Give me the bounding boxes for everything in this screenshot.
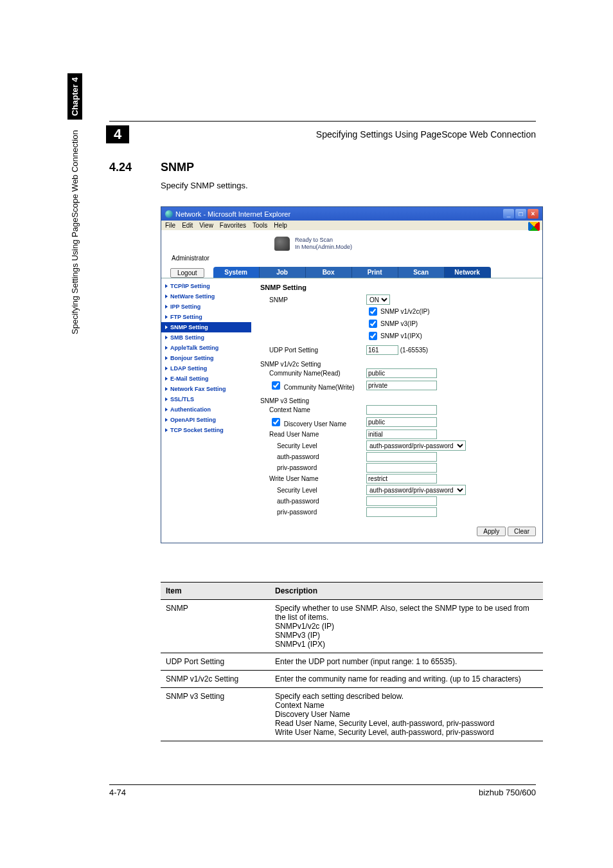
menu-edit[interactable]: Edit — [182, 222, 193, 229]
context-name-label: Context Name — [260, 406, 366, 413]
priv-pw-label-2: priv-password — [260, 509, 366, 516]
side-chapter-badge: Chapter 4 — [67, 73, 82, 120]
udp-port-input[interactable] — [366, 345, 398, 355]
snmp-v3-ip-check[interactable] — [369, 320, 377, 328]
window-title: Network - Microsoft Internet Explorer — [175, 210, 502, 218]
udp-port-label: UDP Port Setting — [260, 347, 366, 354]
close-button[interactable]: × — [528, 209, 538, 219]
menu-view[interactable]: View — [199, 222, 213, 229]
sidebar-item-ipp[interactable]: IPP Setting — [161, 302, 251, 312]
auth-pw-input-1[interactable] — [366, 452, 437, 462]
sec-level-label-1: Security Level — [260, 442, 366, 449]
tab-system[interactable]: System — [213, 267, 260, 278]
tab-box[interactable]: Box — [306, 267, 352, 278]
menu-favorites[interactable]: Favorites — [220, 222, 246, 229]
section-number: 4.24 — [109, 161, 161, 174]
snmp-v1-ipx-label: SNMP v1(IPX) — [380, 332, 422, 339]
status-line-2: In Menu(Admin.Mode) — [295, 244, 352, 251]
tab-job[interactable]: Job — [260, 267, 306, 278]
auth-pw-input-2[interactable] — [366, 496, 437, 506]
sidebar-item-tcpsocket[interactable]: TCP Socket Setting — [161, 425, 251, 435]
desc-cell: Specify each setting described below. Co… — [270, 688, 543, 741]
snmp-v3-ip-label: SNMP v3(IP) — [380, 320, 418, 327]
sec-level-label-2: Security Level — [260, 487, 366, 494]
form-heading: SNMP Setting — [260, 284, 536, 291]
snmp-v1v2c-heading: SNMP v1/v2c Setting — [260, 361, 536, 368]
clear-button[interactable]: Clear — [508, 527, 536, 536]
desc-cell: Enter the community name for reading and… — [270, 671, 543, 688]
device-banner: Ready to Scan In Menu(Admin.Mode) Admini… — [161, 230, 542, 267]
context-name-input[interactable] — [366, 405, 437, 415]
sidebar-item-tcpip[interactable]: TCP/IP Setting — [161, 281, 251, 291]
comm-read-label: Community Name(Read) — [260, 370, 366, 377]
priv-pw-label-1: priv-password — [260, 464, 366, 471]
main-tabs: System Job Box Print Scan Network — [213, 267, 491, 278]
minimize-button[interactable]: _ — [503, 209, 514, 219]
menu-tools[interactable]: Tools — [253, 222, 267, 229]
logout-button[interactable]: Logout — [170, 268, 204, 278]
sidebar-item-openapi[interactable]: OpenAPI Setting — [161, 415, 251, 425]
sec-level-select-1[interactable]: auth-password/priv-password — [366, 440, 466, 451]
sidebar-item-ldap[interactable]: LDAP Setting — [161, 363, 251, 374]
comm-read-input[interactable] — [366, 368, 437, 378]
sidebar-item-snmp[interactable]: SNMP Setting — [161, 322, 251, 332]
comm-write-label: Community Name(Write) — [284, 384, 355, 391]
snmp-v1v2c-ip-check[interactable] — [369, 307, 377, 316]
apply-button[interactable]: Apply — [477, 527, 506, 536]
priv-pw-input-1[interactable] — [366, 463, 437, 473]
disc-user-check[interactable] — [272, 418, 280, 426]
tab-network[interactable]: Network — [445, 267, 491, 278]
read-user-input[interactable] — [366, 429, 437, 439]
sec-level-select-2[interactable]: auth-password/priv-password — [366, 485, 466, 495]
sidebar-item-smb[interactable]: SMB Setting — [161, 332, 251, 343]
admin-label: Administrator — [172, 255, 532, 262]
item-cell: SNMP — [161, 600, 270, 653]
tab-print[interactable]: Print — [352, 267, 398, 278]
section-title: SNMP — [161, 161, 194, 174]
side-running-title: Specifying Settings Using PageScope Web … — [70, 130, 80, 334]
desc-cell: Enter the UDP port number (input range: … — [270, 653, 543, 671]
table-row: SNMP Specify whether to use SNMP. Also, … — [161, 600, 543, 653]
read-user-label: Read User Name — [260, 431, 366, 438]
windows-flag-icon — [528, 222, 540, 231]
sidebar-item-networkfax[interactable]: Network Fax Setting — [161, 384, 251, 394]
write-user-input[interactable] — [366, 474, 437, 484]
snmp-select[interactable]: ON — [366, 294, 390, 305]
comm-write-check[interactable] — [272, 381, 280, 390]
disc-user-label: Discovery User Name — [284, 420, 346, 428]
globe-icon — [165, 210, 173, 218]
snmp-label: SNMP — [260, 296, 366, 303]
disc-user-input[interactable] — [366, 417, 437, 427]
menu-file[interactable]: File — [165, 222, 175, 229]
section-intro: Specify SNMP settings. — [161, 181, 536, 190]
sidebar-item-ssltls[interactable]: SSL/TLS — [161, 394, 251, 404]
sidebar-item-email[interactable]: E-Mail Setting — [161, 374, 251, 384]
sidebar-item-appletalk[interactable]: AppleTalk Setting — [161, 343, 251, 353]
maximize-button[interactable]: □ — [515, 209, 526, 219]
comm-write-input[interactable] — [366, 381, 437, 390]
chapter-badge: 4 — [106, 125, 129, 143]
page-number: 4-74 — [109, 788, 126, 797]
menu-help[interactable]: Help — [274, 222, 287, 229]
printer-icon — [274, 237, 290, 251]
write-user-label: Write User Name — [260, 475, 366, 482]
table-row: SNMP v3 Setting Specify each setting des… — [161, 688, 543, 741]
sidebar-item-ftp[interactable]: FTP Setting — [161, 312, 251, 322]
table-row: UDP Port Setting Enter the UDP port numb… — [161, 653, 543, 671]
desc-cell: Specify whether to use SNMP. Also, selec… — [270, 600, 543, 653]
col-description: Description — [270, 583, 543, 600]
sidebar-item-bonjour[interactable]: Bonjour Setting — [161, 353, 251, 363]
sidebar-item-authentication[interactable]: Authentication — [161, 404, 251, 415]
tab-scan[interactable]: Scan — [398, 267, 445, 278]
page-header-title: Specifying Settings Using PageScope Web … — [316, 129, 536, 140]
sidebar-item-netware[interactable]: NetWare Setting — [161, 291, 251, 302]
window-titlebar: Network - Microsoft Internet Explorer _ … — [161, 207, 542, 221]
item-cell: UDP Port Setting — [161, 653, 270, 671]
form-pane: SNMP Setting SNMP ON SNMP v1/v2c(IP) SNM… — [251, 278, 542, 543]
browser-menubar: File Edit View Favorites Tools Help — [161, 221, 542, 230]
priv-pw-input-2[interactable] — [366, 507, 437, 517]
col-item: Item — [161, 583, 270, 600]
snmp-v1-ipx-check[interactable] — [369, 332, 377, 340]
udp-range: (1-65535) — [400, 347, 428, 354]
model-name: bizhub 750/600 — [479, 788, 536, 797]
